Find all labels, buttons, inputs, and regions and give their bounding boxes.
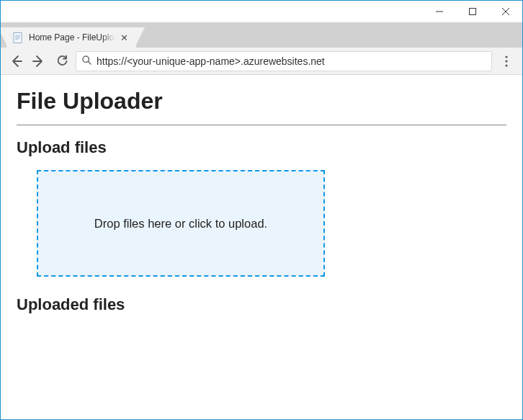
search-icon [82,55,91,67]
section-heading-uploaded: Uploaded files [17,295,506,314]
browser-menu-button[interactable] [496,51,517,71]
nav-reload-button[interactable] [53,52,71,71]
svg-point-4 [505,60,507,62]
dropzone-label: Drop files here or click to upload. [94,217,267,231]
window-minimize-button[interactable] [423,1,456,22]
nav-back-button[interactable] [6,52,25,71]
nav-forward-button[interactable] [30,52,48,71]
page-favicon-icon [12,32,24,43]
reload-icon [56,55,68,67]
window-titlebar [1,1,522,22]
address-bar[interactable]: https://<your-unique-app-name>.azurewebs… [76,51,492,71]
page-content: File Uploader Upload files Drop files he… [1,75,522,419]
file-dropzone[interactable]: Drop files here or click to upload. [37,170,325,277]
section-heading-upload: Upload files [17,138,506,157]
browser-toolbar: https://<your-unique-app-name>.azurewebs… [1,48,522,75]
arrow-right-icon [32,55,45,68]
page-title: File Uploader [17,88,506,115]
svg-rect-0 [470,9,476,15]
svg-point-3 [505,55,507,58]
kebab-menu-icon [505,55,508,67]
window-maximize-button[interactable] [456,1,489,22]
svg-rect-1 [14,32,22,43]
browser-tab-title: Home Page - FileUploade [29,32,115,43]
close-icon [502,8,509,15]
tab-close-button[interactable]: ✕ [120,32,128,43]
address-bar-url: https://<your-unique-app-name>.azurewebs… [97,55,486,67]
window-close-button[interactable] [489,1,522,22]
browser-tab-active[interactable]: Home Page - FileUploade ✕ [6,27,136,48]
arrow-left-icon [9,55,22,68]
browser-tab-strip: Home Page - FileUploade ✕ [1,22,522,48]
svg-point-5 [505,64,507,66]
minimize-icon [436,8,443,15]
horizontal-rule [17,125,506,125]
maximize-icon [469,8,476,15]
